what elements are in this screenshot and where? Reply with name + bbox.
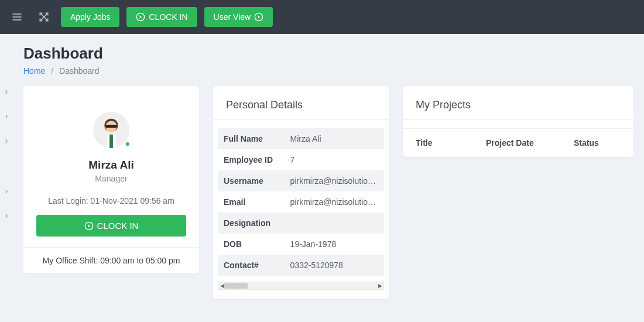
avatar [93, 112, 129, 148]
projects-table-header: Title Project Date Status [403, 128, 633, 157]
detail-value: 0332-5120978 [285, 255, 384, 276]
arrow-circle-right-icon [136, 12, 145, 22]
user-view-label: User View [214, 12, 251, 22]
status-online-dot [125, 141, 131, 147]
arrow-circle-right-icon [84, 221, 94, 231]
arrow-circle-right-icon [254, 12, 263, 22]
detail-value: pirkmirza@nizisolutions.com [285, 170, 384, 191]
clock-in-top-button[interactable]: CLOCK IN [126, 7, 197, 27]
detail-label: Username [218, 170, 285, 191]
detail-label: Email [218, 191, 285, 213]
breadcrumb: Home / Dashboard [23, 66, 633, 76]
chevron-right-icon[interactable]: › [5, 87, 8, 96]
sidebar-rail: › › › › › [0, 34, 13, 322]
detail-label: Employee ID [218, 149, 285, 170]
detail-row: Emailpirkmirza@nizisolutions.com [218, 191, 384, 213]
breadcrumb-home-link[interactable]: Home [23, 66, 45, 76]
chevron-right-icon[interactable]: › [5, 186, 8, 196]
clock-in-label: CLOCK IN [97, 221, 139, 231]
personal-details-title: Personal Details [213, 99, 389, 120]
breadcrumb-current: Dashboard [59, 66, 100, 76]
svg-rect-9 [105, 125, 117, 128]
detail-row: Full NameMirza Ali [218, 128, 384, 149]
detail-value: Mirza Ali [285, 128, 384, 149]
profile-role: Manager [36, 174, 186, 183]
menu-icon[interactable] [7, 7, 27, 27]
scroll-right-icon[interactable]: ▶ [376, 282, 383, 289]
avatar-wrap [93, 112, 129, 148]
profile-card: Mirza Ali Manager Last Login: 01-Nov-202… [23, 86, 199, 273]
scrollbar-thumb[interactable] [224, 283, 248, 289]
projects-col-status: Status [574, 138, 621, 148]
my-projects-card: My Projects Title Project Date Status [403, 86, 633, 157]
my-projects-title: My Projects [403, 99, 633, 120]
detail-label: Designation [218, 213, 285, 234]
detail-label: Contact# [218, 255, 285, 276]
fullscreen-icon[interactable] [34, 7, 54, 27]
breadcrumb-separator: / [51, 66, 53, 76]
detail-row: Usernamepirkmirza@nizisolutions.com [218, 170, 384, 191]
last-login-text: Last Login: 01-Nov-2021 09:56 am [36, 196, 186, 205]
detail-row: Employee ID7 [218, 149, 384, 170]
detail-row: Designation [218, 213, 384, 234]
detail-value: 19-Jan-1978 [285, 234, 384, 255]
clock-in-button[interactable]: CLOCK IN [36, 215, 186, 237]
detail-label: Full Name [218, 128, 285, 149]
projects-col-date: Project Date [486, 138, 574, 148]
office-shift-text: My Office Shift: 09:00 am to 05:00 pm [23, 247, 199, 273]
projects-col-title: Title [416, 138, 486, 148]
chevron-right-icon[interactable]: › [5, 136, 8, 145]
detail-row: Contact#0332-5120978 [218, 255, 384, 276]
horizontal-scrollbar[interactable]: ◀ ▶ [218, 282, 384, 290]
clock-in-top-label: CLOCK IN [149, 12, 187, 22]
detail-value: pirkmirza@nizisolutions.com [285, 191, 384, 213]
profile-name: Mirza Ali [36, 159, 186, 172]
personal-details-table: Full NameMirza AliEmployee ID7Usernamepi… [218, 128, 384, 276]
detail-value [285, 213, 384, 234]
apply-jobs-button[interactable]: Apply Jobs [61, 7, 119, 27]
detail-value: 7 [285, 149, 384, 170]
chevron-right-icon[interactable]: › [5, 111, 8, 121]
page-content: Dashboard Home / Dashboard [0, 34, 644, 299]
user-view-button[interactable]: User View [204, 7, 273, 27]
chevron-right-icon[interactable]: › [5, 211, 8, 220]
personal-details-card: Personal Details Full NameMirza AliEmplo… [213, 86, 389, 299]
page-title: Dashboard [23, 44, 633, 63]
svg-rect-11 [109, 135, 113, 148]
topbar: Apply Jobs CLOCK IN User View [0, 0, 644, 34]
detail-label: DOB [218, 234, 285, 255]
detail-row: DOB19-Jan-1978 [218, 234, 384, 255]
